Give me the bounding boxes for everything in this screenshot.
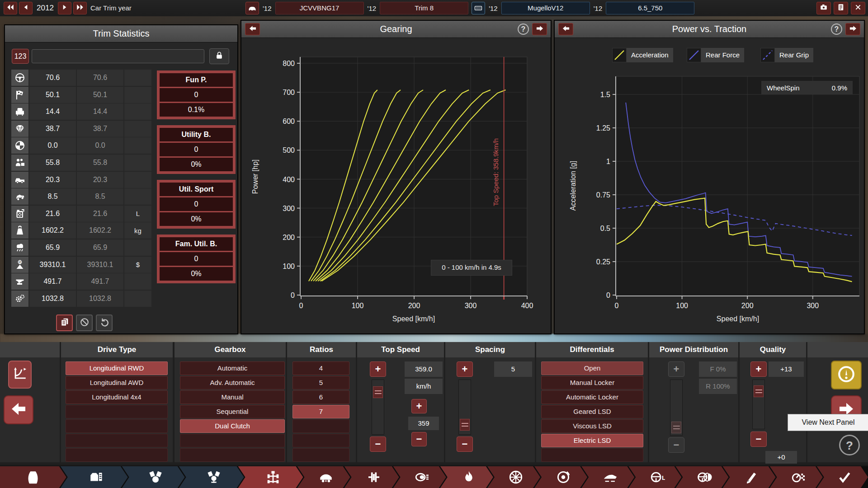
finish-tab[interactable] <box>817 466 868 488</box>
year-last-button[interactable] <box>73 2 87 14</box>
spacing-decrease-button[interactable]: − <box>457 436 473 452</box>
lock-icon <box>215 51 224 62</box>
car-body-tab[interactable] <box>0 466 66 488</box>
year-prev-button[interactable] <box>19 2 33 14</box>
drive_type-option-longitudinal-rwd[interactable]: Longitudinal RWD <box>66 361 168 375</box>
tab-engine-variant[interactable]: 6.5_750 <box>606 2 694 14</box>
differentials-option-automatic-locker[interactable]: Automatic Locker <box>541 390 643 404</box>
panel-title: Power vs. Traction <box>555 21 864 38</box>
steering-tab[interactable]: L <box>628 466 681 488</box>
suspension-tab[interactable] <box>297 466 350 488</box>
stat-compare-value: 491.7 <box>77 273 123 290</box>
spacing-slider-handle[interactable] <box>460 419 470 431</box>
legend-label: Rear Grip <box>775 48 813 62</box>
engine-variant-tab[interactable] <box>122 466 185 488</box>
quality-increase-button[interactable]: + <box>750 361 767 377</box>
discard-button[interactable] <box>76 314 93 331</box>
double-right-arrow-icon <box>76 3 84 13</box>
gearbox-tab[interactable] <box>344 466 399 488</box>
top-speed-increase-button[interactable]: + <box>370 361 386 377</box>
lock-button[interactable] <box>209 48 229 64</box>
ratios-option-5[interactable]: 5 <box>292 376 349 389</box>
prev-panel-button[interactable] <box>558 23 573 35</box>
legend-item-acceleration[interactable]: Acceleration <box>612 48 673 62</box>
differentials-option-electric-lsd[interactable]: Electric LSD <box>541 434 643 447</box>
ratios-option-7[interactable]: 7 <box>292 405 349 418</box>
power-dist-decrease-button[interactable]: − <box>668 437 684 453</box>
quality-decrease-button[interactable]: − <box>750 432 767 447</box>
drivetrain-icon <box>265 469 281 485</box>
ratios-option-4[interactable]: 4 <box>292 361 349 375</box>
gearbox-option-automatic[interactable]: Automatic <box>180 361 285 375</box>
top-speed-fine-decrease-button[interactable]: − <box>411 432 427 446</box>
tab-car-model[interactable]: JCVVBNG17 <box>275 2 364 14</box>
next-panel-button[interactable] <box>532 23 547 35</box>
engine-family-tab[interactable] <box>61 466 128 488</box>
power-dist-increase-button[interactable]: + <box>668 361 684 377</box>
gearbox-option-adv-automatic[interactable]: Adv. Automatic <box>180 376 285 389</box>
ratios-option-6[interactable]: 6 <box>292 390 349 404</box>
graph-view-button[interactable] <box>8 361 32 389</box>
quality-slider-handle[interactable] <box>754 385 764 397</box>
back-panel-button[interactable] <box>4 395 33 424</box>
gearbox-option-dual-clutch[interactable]: Dual Clutch <box>180 419 285 433</box>
undo-button[interactable] <box>96 314 113 331</box>
differentials-option-manual-locker[interactable]: Manual Locker <box>541 376 643 389</box>
exhaust-tab[interactable] <box>440 466 493 488</box>
stat-compare-value: 20.3 <box>77 172 123 188</box>
panel-title: Trim Statistics <box>5 25 237 42</box>
next-panel-button[interactable] <box>845 23 860 35</box>
trim-search-input[interactable] <box>32 49 204 63</box>
gearbox-icon <box>366 469 382 485</box>
year-first-button[interactable] <box>4 2 17 14</box>
drive_type-option-longitudinal-4x4[interactable]: Longitudinal 4x4 <box>66 390 168 404</box>
wheelspin-readout: WheelSpin 0.9% <box>761 81 853 94</box>
notes-button[interactable] <box>834 2 848 14</box>
help-button[interactable]: ? <box>839 435 860 455</box>
close-button[interactable] <box>851 2 865 14</box>
stat-compare-value: 70.6 <box>77 70 123 86</box>
top-speed-slider[interactable] <box>372 380 384 435</box>
power-dist-slider[interactable] <box>670 380 683 436</box>
wheels-tab[interactable] <box>487 466 540 488</box>
legend-item-rear-force[interactable]: Rear Force <box>687 48 744 62</box>
drivetrain-tab[interactable] <box>238 466 303 488</box>
prev-panel-button[interactable] <box>245 23 260 35</box>
top-speed-slider-handle[interactable] <box>373 386 383 398</box>
car-model-chip[interactable] <box>245 2 259 14</box>
differential-tab[interactable] <box>675 466 728 488</box>
aero-tab[interactable] <box>581 466 634 488</box>
brakes-tab[interactable] <box>534 466 587 488</box>
year-next-button[interactable] <box>58 2 71 14</box>
help-button[interactable]: ? <box>518 23 529 35</box>
engine-tuning-tab[interactable] <box>179 466 244 488</box>
quality-slider[interactable] <box>752 380 765 429</box>
copy-button[interactable] <box>56 314 73 331</box>
drive_type-option-longitudinal-awd[interactable]: Longitudinal AWD <box>66 376 168 389</box>
testing-tab[interactable] <box>770 466 823 488</box>
steering-icon: L <box>650 469 665 485</box>
interior-tab[interactable] <box>723 466 776 488</box>
body-fixtures-tab[interactable] <box>393 466 446 488</box>
engine-family-chip[interactable] <box>472 2 485 14</box>
help-button[interactable]: ? <box>831 23 842 35</box>
tab-trim[interactable]: Trim 8 <box>380 2 468 14</box>
top-speed-fine-increase-button[interactable]: + <box>411 399 427 413</box>
spacing-increase-button[interactable]: + <box>457 361 473 377</box>
stat-value: 491.7 <box>29 273 76 290</box>
tab-engine-family[interactable]: MugelloV12 <box>501 2 590 14</box>
gearbox-option-sequential[interactable]: Sequential <box>180 405 285 418</box>
top-speed-decrease-button[interactable]: − <box>370 436 386 452</box>
screenshot-button[interactable] <box>816 2 831 14</box>
passengers-icon <box>14 157 25 168</box>
warning-button[interactable] <box>831 361 862 389</box>
differentials-option-viscous-lsd[interactable]: Viscous LSD <box>541 419 643 433</box>
legend-swatch <box>612 48 627 62</box>
numeric-mode-button[interactable]: 123 <box>12 49 29 64</box>
gearbox-option-manual[interactable]: Manual <box>180 390 285 404</box>
power-dist-slider-handle[interactable] <box>671 422 681 433</box>
spacing-slider[interactable] <box>458 380 471 435</box>
legend-item-rear-grip[interactable]: Rear Grip <box>760 48 813 62</box>
differentials-option-open[interactable]: Open <box>541 361 643 375</box>
differentials-option-geared-lsd[interactable]: Geared LSD <box>541 405 643 418</box>
